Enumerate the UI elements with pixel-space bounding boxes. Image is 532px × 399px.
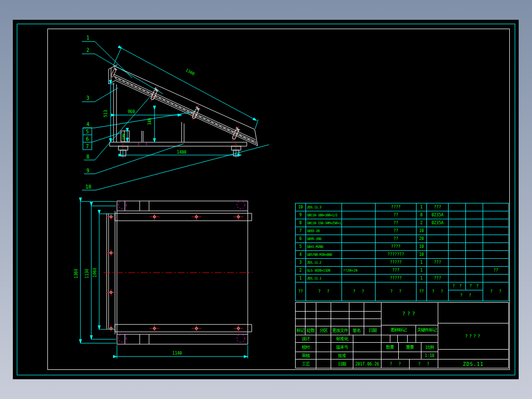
bom-cell-remark (483, 203, 508, 211)
drawing-number-cell: ZDS.11 (438, 359, 508, 369)
bom-row: 6 GB95-20D ?? 20 (296, 235, 508, 243)
bom-cell-total-weight (466, 235, 483, 242)
date-value: 2017.06.26 (353, 359, 381, 369)
bom-cell-qty: 1 (417, 203, 427, 211)
bom-cell-qty: 1 (417, 267, 427, 274)
bom-cell-name: ?? (376, 211, 417, 219)
bom-footer-weight-split: ? ? ? ? ? ? (449, 282, 483, 301)
plan-view-corner-holes (118, 201, 245, 342)
bom-cell-total-weight (466, 251, 483, 258)
bom-cell-remark (483, 251, 508, 258)
stamp-empty-row (381, 335, 438, 343)
bom-cell-unit-weight (449, 251, 466, 258)
dim-180: 180 (122, 134, 126, 140)
key-part-label: 关键件标记 (416, 325, 438, 335)
bom-cell-unit-weight (449, 219, 466, 227)
dim-960: 960 (128, 110, 135, 114)
bom-row: 5 GB41-M20D ???? 10 (296, 243, 508, 251)
qty-label: 数量 (381, 343, 399, 352)
balloon-leaders (82, 41, 269, 190)
bom-cell-remark (483, 219, 508, 227)
bom-cell-qty: 1 (417, 259, 427, 266)
bom-cell-material (427, 227, 449, 235)
revision-empty-row (296, 303, 381, 312)
design-row: 设计 标准化 (296, 335, 381, 343)
bom-cell-total-weight (466, 267, 483, 274)
dim-1130: 1130 (85, 269, 89, 278)
standardize-label: 标准化 (331, 335, 353, 342)
version-label: 版本号 (331, 343, 353, 352)
bom-cell-name: ???? (376, 243, 417, 250)
bom-cell-total-weight (466, 203, 483, 211)
middle-bottom-row: ? ? ? ? (381, 359, 438, 369)
bom-cell-code: GB93-20 (306, 227, 342, 235)
balloon-4: 4 (86, 121, 89, 127)
bom-cell-name: ????? (376, 259, 417, 266)
design-label: 设计 (296, 335, 316, 342)
bom-cell-material: ??? (427, 203, 449, 211)
bom-cell-remark: ?? (483, 267, 508, 274)
bom-footer-material: ? ? (427, 282, 449, 301)
bom-footer-spec: ? ? (342, 282, 376, 301)
dim-1300: 1300 (185, 68, 195, 76)
bom-cell-unit-weight (449, 203, 466, 211)
revision-empty-row (296, 319, 381, 326)
bom-cell-spec (342, 275, 376, 282)
sheet-count: ? ? (381, 359, 410, 369)
bom-cell-material (427, 267, 449, 274)
dim-1140: 1140 (172, 351, 182, 356)
bom-cell-name: ???? (376, 203, 417, 211)
bom-cell-material: ??? (427, 259, 449, 266)
side-view-ticks (139, 143, 147, 145)
balloon-9: 9 (86, 168, 89, 173)
bom-cell-code: ZDS.11.2 (306, 259, 342, 266)
date-label: 日期 (331, 359, 353, 369)
dim-1400: 1400 (177, 150, 186, 155)
bom-cell-unit-weight (449, 235, 466, 242)
bom-cell-qty: 1 (417, 275, 427, 282)
scale-label: 比例 (421, 343, 438, 352)
bom-footer-weight-label: ? ? (449, 290, 483, 301)
bom-cell-spec (342, 227, 376, 235)
bom-cell-material: ??? (427, 275, 449, 282)
bom-cell-unit-weight (449, 211, 466, 219)
bom-cell-spec (342, 243, 376, 250)
bom-cell-spec (342, 203, 376, 211)
bom-cell-remark (483, 227, 508, 235)
bom-cell-total-weight (466, 227, 483, 235)
plan-view-dimensions (80, 201, 248, 359)
bom-cell-no: 7 (296, 227, 306, 235)
process-label: 工艺 (296, 359, 316, 369)
part-name-text: ???? (438, 323, 508, 349)
bom-footer: ?? ? ? ? ? ? ? ?? ? ? ? ? ? ? ? ? ? ? (296, 282, 508, 301)
bom-cell-spec (342, 219, 376, 227)
bom-cell-material (427, 243, 449, 250)
balloon-6: 6 (86, 136, 89, 142)
bom-cell-name: ??? (376, 267, 417, 274)
bom-cell-no: 3 (296, 259, 306, 266)
bom-cell-total-weight (466, 211, 483, 219)
bom-cell-unit-weight (449, 267, 466, 274)
revision-header-row: 标记 处数 分区 更改文件 签名 日期 (296, 326, 381, 335)
balloon-5: 5 (86, 129, 89, 134)
empty-cell (438, 350, 508, 359)
bom-cell-code: GBC10-100×100×1/2 (306, 211, 342, 219)
bom-cell-remark (483, 235, 508, 242)
company-cell (438, 303, 508, 323)
balloon-10: 10 (85, 184, 91, 190)
title-block-right: ???? ZDS.11 (438, 303, 508, 368)
drawing-canvas[interactable]: 1300 513 960 346 180 1400 1 2 3 4 (13, 20, 519, 379)
bom-cell-material: 0235A (427, 211, 449, 219)
bom-cell-total-weight (466, 259, 483, 266)
dim-1360: 1360 (74, 269, 78, 278)
drawing-number: ZDS.11 (438, 359, 508, 369)
bom-cell-code: ZDS.11.3 (306, 203, 342, 211)
bom-cell-name: ?? (376, 235, 417, 242)
bom-cell-code: ZDS.11.1 (306, 275, 342, 282)
weight-label: 重量 (399, 343, 421, 352)
rev-zone-label: 分区 (316, 326, 331, 335)
bom-cell-spec: ??20×20 (342, 267, 376, 274)
audit-row: 审核 批准 (296, 352, 381, 359)
bom-cell-unit-weight (449, 227, 466, 235)
check-row: 校对 版本号 (296, 343, 381, 352)
